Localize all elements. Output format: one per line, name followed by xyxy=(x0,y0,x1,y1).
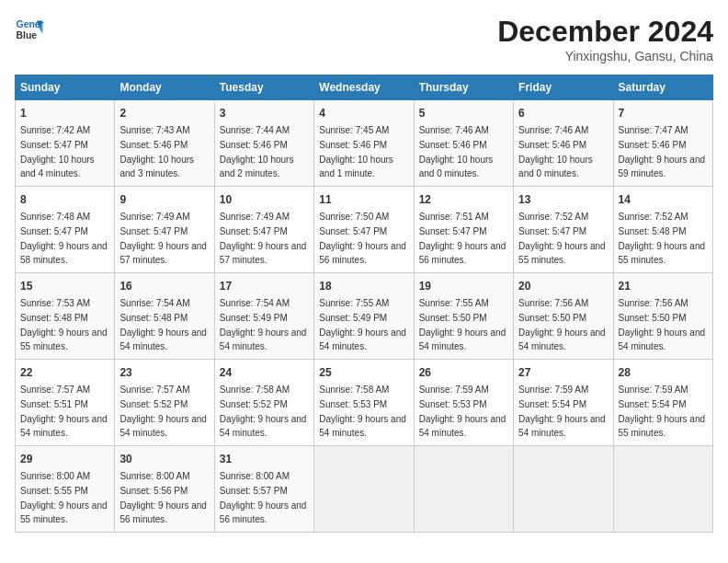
calendar-cell xyxy=(613,446,712,533)
day-info: Sunrise: 7:54 AMSunset: 5:49 PMDaylight:… xyxy=(220,298,307,351)
day-info: Sunrise: 7:54 AMSunset: 5:48 PMDaylight:… xyxy=(119,298,207,351)
calendar-week-row: 1Sunrise: 7:42 AMSunset: 5:47 PMDaylight… xyxy=(16,100,713,187)
logo-icon: General Blue xyxy=(15,15,44,44)
calendar-cell: 4Sunrise: 7:45 AMSunset: 5:46 PMDaylight… xyxy=(314,100,414,187)
calendar-cell: 9Sunrise: 7:49 AMSunset: 5:47 PMDaylight… xyxy=(115,187,214,273)
month-title: December 2024 xyxy=(497,15,713,49)
calendar-cell: 1Sunrise: 7:42 AMSunset: 5:47 PMDaylight… xyxy=(16,100,115,187)
calendar-cell: 7Sunrise: 7:47 AMSunset: 5:46 PMDaylight… xyxy=(613,100,712,187)
day-number: 22 xyxy=(20,364,109,381)
calendar-cell: 29Sunrise: 8:00 AMSunset: 5:55 PMDayligh… xyxy=(16,446,115,533)
logo: General Blue xyxy=(15,15,44,44)
day-info: Sunrise: 7:45 AMSunset: 5:46 PMDaylight:… xyxy=(319,125,393,178)
day-number: 1 xyxy=(20,105,109,121)
day-number: 13 xyxy=(518,191,608,208)
weekday-header-row: SundayMondayTuesdayWednesdayThursdayFrid… xyxy=(16,75,713,100)
calendar-table: SundayMondayTuesdayWednesdayThursdayFrid… xyxy=(15,75,713,533)
calendar-cell: 26Sunrise: 7:59 AMSunset: 5:53 PMDayligh… xyxy=(414,360,513,446)
day-info: Sunrise: 8:00 AMSunset: 5:56 PMDaylight:… xyxy=(119,471,207,524)
day-number: 25 xyxy=(319,364,408,381)
weekday-header: Friday xyxy=(514,75,613,100)
day-info: Sunrise: 7:43 AMSunset: 5:46 PMDaylight:… xyxy=(119,125,194,178)
day-number: 6 xyxy=(518,105,608,121)
day-info: Sunrise: 8:00 AMSunset: 5:55 PMDaylight:… xyxy=(20,471,108,524)
calendar-week-row: 29Sunrise: 8:00 AMSunset: 5:55 PMDayligh… xyxy=(16,446,713,533)
weekday-header: Sunday xyxy=(16,75,115,100)
svg-text:Blue: Blue xyxy=(17,30,38,40)
day-info: Sunrise: 7:57 AMSunset: 5:52 PMDaylight:… xyxy=(119,385,207,438)
calendar-cell xyxy=(514,446,613,533)
day-info: Sunrise: 8:00 AMSunset: 5:57 PMDaylight:… xyxy=(220,471,307,524)
calendar-week-row: 22Sunrise: 7:57 AMSunset: 5:51 PMDayligh… xyxy=(16,360,713,446)
day-info: Sunrise: 7:50 AMSunset: 5:47 PMDaylight:… xyxy=(319,212,406,265)
day-info: Sunrise: 7:58 AMSunset: 5:53 PMDaylight:… xyxy=(319,385,406,438)
day-info: Sunrise: 7:48 AMSunset: 5:47 PMDaylight:… xyxy=(20,212,108,265)
day-number: 19 xyxy=(419,278,508,294)
day-info: Sunrise: 7:49 AMSunset: 5:47 PMDaylight:… xyxy=(119,212,207,265)
day-number: 20 xyxy=(518,278,608,294)
calendar-cell: 24Sunrise: 7:58 AMSunset: 5:52 PMDayligh… xyxy=(214,360,313,446)
day-number: 4 xyxy=(319,105,408,121)
day-number: 23 xyxy=(119,364,209,381)
day-number: 28 xyxy=(619,364,708,381)
calendar-cell: 12Sunrise: 7:51 AMSunset: 5:47 PMDayligh… xyxy=(414,187,513,273)
day-number: 18 xyxy=(319,278,408,294)
day-number: 21 xyxy=(619,278,708,294)
day-info: Sunrise: 7:55 AMSunset: 5:50 PMDaylight:… xyxy=(419,298,506,351)
calendar-cell: 23Sunrise: 7:57 AMSunset: 5:52 PMDayligh… xyxy=(115,360,214,446)
calendar-week-row: 8Sunrise: 7:48 AMSunset: 5:47 PMDaylight… xyxy=(16,187,713,273)
calendar-cell: 5Sunrise: 7:46 AMSunset: 5:46 PMDaylight… xyxy=(414,100,513,187)
calendar-cell: 25Sunrise: 7:58 AMSunset: 5:53 PMDayligh… xyxy=(314,360,414,446)
day-number: 12 xyxy=(419,191,508,208)
calendar-cell xyxy=(314,446,414,533)
calendar-cell: 6Sunrise: 7:46 AMSunset: 5:46 PMDaylight… xyxy=(514,100,613,187)
day-number: 9 xyxy=(119,191,209,208)
day-info: Sunrise: 7:57 AMSunset: 5:51 PMDaylight:… xyxy=(20,385,108,438)
day-info: Sunrise: 7:47 AMSunset: 5:46 PMDaylight:… xyxy=(619,125,706,178)
day-number: 14 xyxy=(619,191,708,208)
day-info: Sunrise: 7:42 AMSunset: 5:47 PMDaylight:… xyxy=(20,125,95,178)
day-info: Sunrise: 7:44 AMSunset: 5:46 PMDaylight:… xyxy=(220,125,294,178)
day-number: 11 xyxy=(319,191,408,208)
weekday-header: Tuesday xyxy=(214,75,313,100)
calendar-cell: 15Sunrise: 7:53 AMSunset: 5:48 PMDayligh… xyxy=(16,273,115,360)
day-info: Sunrise: 7:46 AMSunset: 5:46 PMDaylight:… xyxy=(518,125,593,178)
weekday-header: Thursday xyxy=(414,75,513,100)
day-number: 2 xyxy=(119,105,209,121)
day-number: 29 xyxy=(20,451,109,467)
day-info: Sunrise: 7:56 AMSunset: 5:50 PMDaylight:… xyxy=(619,298,706,351)
calendar-cell: 16Sunrise: 7:54 AMSunset: 5:48 PMDayligh… xyxy=(115,273,214,360)
calendar-cell: 8Sunrise: 7:48 AMSunset: 5:47 PMDaylight… xyxy=(16,187,115,273)
calendar-cell xyxy=(414,446,513,533)
day-number: 17 xyxy=(220,278,309,294)
day-info: Sunrise: 7:49 AMSunset: 5:47 PMDaylight:… xyxy=(220,212,307,265)
day-info: Sunrise: 7:56 AMSunset: 5:50 PMDaylight:… xyxy=(518,298,606,351)
calendar-cell: 17Sunrise: 7:54 AMSunset: 5:49 PMDayligh… xyxy=(214,273,313,360)
day-info: Sunrise: 7:59 AMSunset: 5:54 PMDaylight:… xyxy=(619,385,706,438)
calendar-cell: 22Sunrise: 7:57 AMSunset: 5:51 PMDayligh… xyxy=(16,360,115,446)
day-number: 5 xyxy=(419,105,508,121)
calendar-cell: 20Sunrise: 7:56 AMSunset: 5:50 PMDayligh… xyxy=(514,273,613,360)
day-number: 15 xyxy=(20,278,109,294)
weekday-header: Monday xyxy=(115,75,214,100)
title-block: December 2024 Yinxingshu, Gansu, China xyxy=(497,15,713,63)
calendar-week-row: 15Sunrise: 7:53 AMSunset: 5:48 PMDayligh… xyxy=(16,273,713,360)
calendar-cell: 28Sunrise: 7:59 AMSunset: 5:54 PMDayligh… xyxy=(613,360,712,446)
day-info: Sunrise: 7:55 AMSunset: 5:49 PMDaylight:… xyxy=(319,298,406,351)
day-info: Sunrise: 7:51 AMSunset: 5:47 PMDaylight:… xyxy=(419,212,506,265)
calendar-cell: 21Sunrise: 7:56 AMSunset: 5:50 PMDayligh… xyxy=(613,273,712,360)
calendar-cell: 30Sunrise: 8:00 AMSunset: 5:56 PMDayligh… xyxy=(115,446,214,533)
day-number: 31 xyxy=(220,451,309,467)
calendar-cell: 18Sunrise: 7:55 AMSunset: 5:49 PMDayligh… xyxy=(314,273,414,360)
day-info: Sunrise: 7:59 AMSunset: 5:54 PMDaylight:… xyxy=(518,385,606,438)
weekday-header: Saturday xyxy=(613,75,712,100)
day-info: Sunrise: 7:59 AMSunset: 5:53 PMDaylight:… xyxy=(419,385,506,438)
day-number: 26 xyxy=(419,364,508,381)
calendar-cell: 3Sunrise: 7:44 AMSunset: 5:46 PMDaylight… xyxy=(214,100,313,187)
day-info: Sunrise: 7:58 AMSunset: 5:52 PMDaylight:… xyxy=(220,385,307,438)
calendar-cell: 19Sunrise: 7:55 AMSunset: 5:50 PMDayligh… xyxy=(414,273,513,360)
calendar-cell: 13Sunrise: 7:52 AMSunset: 5:47 PMDayligh… xyxy=(514,187,613,273)
day-info: Sunrise: 7:53 AMSunset: 5:48 PMDaylight:… xyxy=(20,298,108,351)
day-info: Sunrise: 7:52 AMSunset: 5:48 PMDaylight:… xyxy=(619,212,706,265)
day-number: 30 xyxy=(119,451,209,467)
